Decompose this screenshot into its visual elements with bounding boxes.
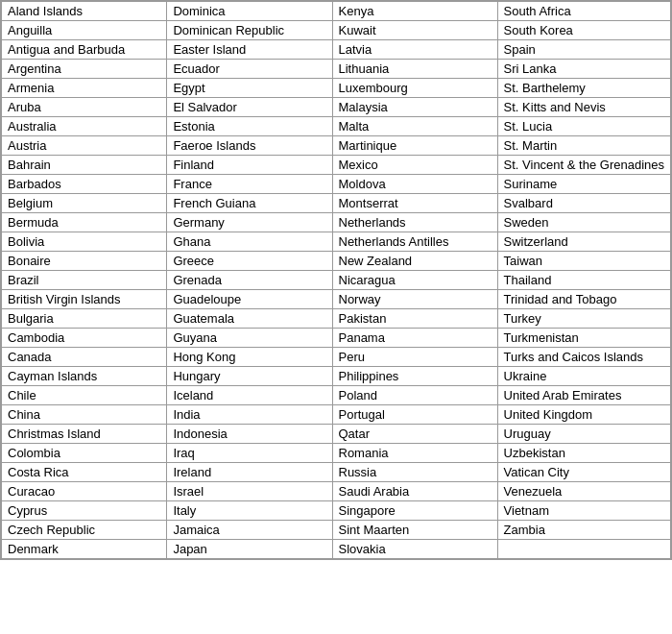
table-cell: Venezuela (497, 482, 670, 501)
table-cell: St. Kitts and Nevis (497, 98, 670, 117)
table-cell: Czech Republic (2, 521, 167, 540)
table-cell: Indonesia (167, 425, 332, 444)
table-cell: Singapore (332, 501, 497, 521)
table-cell: Anguilla (2, 21, 167, 40)
table-cell: Turkmenistan (497, 329, 670, 348)
table-row: Christmas IslandIndonesiaQatarUruguay (2, 425, 671, 444)
table-cell: Turkey (497, 309, 670, 329)
table-cell: Bulgaria (2, 309, 167, 329)
table-cell: Spain (497, 40, 670, 60)
table-cell: Romania (332, 444, 497, 463)
table-cell: Estonia (167, 117, 332, 136)
table-cell: Cambodia (2, 329, 167, 348)
table-cell: Slovakia (332, 540, 497, 559)
table-cell: Easter Island (167, 40, 332, 60)
table-row: ColombiaIraqRomaniaUzbekistan (2, 444, 671, 463)
table-cell: Martinique (332, 136, 497, 156)
table-cell: Dominica (167, 2, 332, 21)
table-cell: French Guiana (167, 194, 332, 213)
table-cell: Mexico (332, 156, 497, 175)
table-cell: Vatican City (497, 463, 670, 482)
table-row: Czech RepublicJamaicaSint MaartenZambia (2, 521, 671, 540)
table-cell: Iceland (167, 386, 332, 405)
table-cell: Panama (332, 329, 497, 348)
table-cell: El Salvador (167, 98, 332, 117)
table-cell: Iraq (167, 444, 332, 463)
table-cell: Armenia (2, 79, 167, 98)
table-cell: Netherlands Antilles (332, 232, 497, 252)
table-cell: Portugal (332, 405, 497, 425)
table-cell: China (2, 405, 167, 425)
table-cell: Chile (2, 386, 167, 405)
table-cell: France (167, 175, 332, 194)
table-cell: India (167, 405, 332, 425)
table-row: CuracaoIsraelSaudi ArabiaVenezuela (2, 482, 671, 501)
country-table-container: Aland IslandsDominicaKenyaSouth AfricaAn… (0, 0, 672, 560)
table-cell: Moldova (332, 175, 497, 194)
table-cell: Uruguay (497, 425, 670, 444)
table-cell: Guyana (167, 329, 332, 348)
table-cell: New Zealand (332, 252, 497, 271)
table-cell: Dominican Republic (167, 21, 332, 40)
table-cell: St. Barthelemy (497, 79, 670, 98)
table-row: BonaireGreeceNew ZealandTaiwan (2, 252, 671, 271)
table-cell: Vietnam (497, 501, 670, 521)
table-cell: Sweden (497, 213, 670, 232)
table-row: Cayman IslandsHungaryPhilippinesUkraine (2, 367, 671, 386)
table-cell: Grenada (167, 271, 332, 290)
table-cell: Egypt (167, 79, 332, 98)
table-cell: Guatemala (167, 309, 332, 329)
table-row: ArgentinaEcuadorLithuaniaSri Lanka (2, 60, 671, 79)
table-row: BoliviaGhanaNetherlands AntillesSwitzerl… (2, 232, 671, 252)
table-cell: Luxembourg (332, 79, 497, 98)
table-row: ChinaIndiaPortugalUnited Kingdom (2, 405, 671, 425)
table-cell: Austria (2, 136, 167, 156)
table-row: AustriaFaeroe IslandsMartiniqueSt. Marti… (2, 136, 671, 156)
table-cell: Pakistan (332, 309, 497, 329)
table-row: BulgariaGuatemalaPakistanTurkey (2, 309, 671, 329)
table-cell: Hong Kong (167, 348, 332, 367)
table-cell: Aruba (2, 98, 167, 117)
table-cell: United Kingdom (497, 405, 670, 425)
table-cell: Colombia (2, 444, 167, 463)
table-row: AnguillaDominican RepublicKuwaitSouth Ko… (2, 21, 671, 40)
table-cell: St. Lucia (497, 117, 670, 136)
table-row: DenmarkJapanSlovakia (2, 540, 671, 559)
table-cell: St. Vincent & the Grenadines (497, 156, 670, 175)
table-cell: Poland (332, 386, 497, 405)
table-cell: Lithuania (332, 60, 497, 79)
table-cell: Philippines (332, 367, 497, 386)
table-cell: Netherlands (332, 213, 497, 232)
table-cell: Costa Rica (2, 463, 167, 482)
table-row: British Virgin IslandsGuadeloupeNorwayTr… (2, 290, 671, 309)
table-row: AustraliaEstoniaMaltaSt. Lucia (2, 117, 671, 136)
table-cell: Nicaragua (332, 271, 497, 290)
table-cell: Zambia (497, 521, 670, 540)
table-row: CyprusItalySingaporeVietnam (2, 501, 671, 521)
table-row: CambodiaGuyanaPanamaTurkmenistan (2, 329, 671, 348)
table-cell: Suriname (497, 175, 670, 194)
table-row: ArmeniaEgyptLuxembourgSt. Barthelemy (2, 79, 671, 98)
table-row: ArubaEl SalvadorMalaysiaSt. Kitts and Ne… (2, 98, 671, 117)
table-cell: Hungary (167, 367, 332, 386)
table-cell: Finland (167, 156, 332, 175)
table-cell: Svalbard (497, 194, 670, 213)
table-cell: Kuwait (332, 21, 497, 40)
table-cell: British Virgin Islands (2, 290, 167, 309)
table-cell: Denmark (2, 540, 167, 559)
table-row: CanadaHong KongPeruTurks and Caicos Isla… (2, 348, 671, 367)
table-row: BarbadosFranceMoldovaSuriname (2, 175, 671, 194)
table-cell: Thailand (497, 271, 670, 290)
table-cell: Montserrat (332, 194, 497, 213)
table-row: BrazilGrenadaNicaraguaThailand (2, 271, 671, 290)
table-cell: Argentina (2, 60, 167, 79)
table-cell: Germany (167, 213, 332, 232)
table-cell: United Arab Emirates (497, 386, 670, 405)
table-cell: Russia (332, 463, 497, 482)
table-cell: Bonaire (2, 252, 167, 271)
table-cell: Cayman Islands (2, 367, 167, 386)
table-cell: South Korea (497, 21, 670, 40)
table-cell: Sint Maarten (332, 521, 497, 540)
table-row: BahrainFinlandMexicoSt. Vincent & the Gr… (2, 156, 671, 175)
table-cell: Brazil (2, 271, 167, 290)
